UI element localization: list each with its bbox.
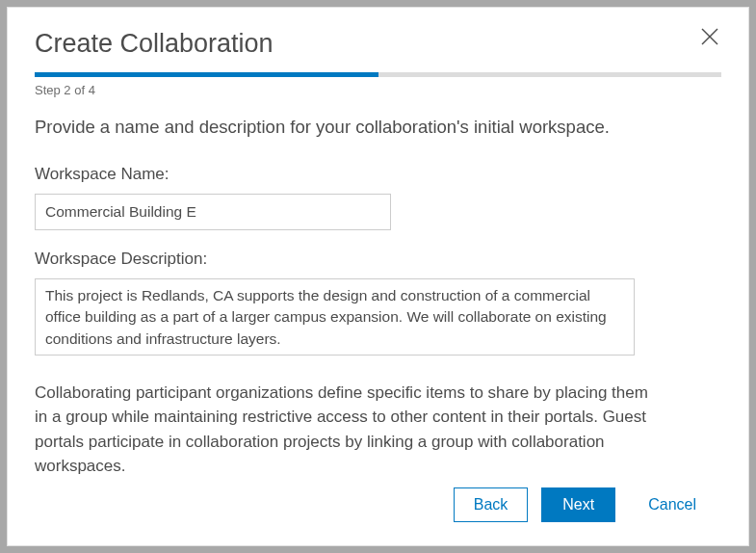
close-button[interactable] (698, 25, 721, 52)
dialog-header: Create Collaboration (35, 29, 721, 59)
progress-fill (35, 72, 378, 77)
workspace-description-label: Workspace Description: (35, 250, 721, 269)
progress-bar (35, 72, 721, 77)
workspace-name-input[interactable] (35, 194, 391, 230)
collaboration-info-text: Collaborating participant organizations … (35, 381, 651, 479)
create-collaboration-dialog: Create Collaboration Step 2 of 4 Provide… (7, 7, 749, 546)
dialog-footer: Back Next Cancel (454, 487, 716, 522)
step-label: Step 2 of 4 (35, 83, 721, 97)
cancel-button[interactable]: Cancel (629, 488, 716, 521)
close-icon (700, 27, 719, 46)
workspace-description-input[interactable] (35, 278, 635, 356)
dialog-title: Create Collaboration (35, 29, 274, 59)
instruction-text: Provide a name and description for your … (35, 115, 721, 140)
next-button[interactable]: Next (541, 487, 615, 522)
back-button[interactable]: Back (454, 487, 529, 522)
workspace-name-label: Workspace Name: (35, 165, 721, 184)
